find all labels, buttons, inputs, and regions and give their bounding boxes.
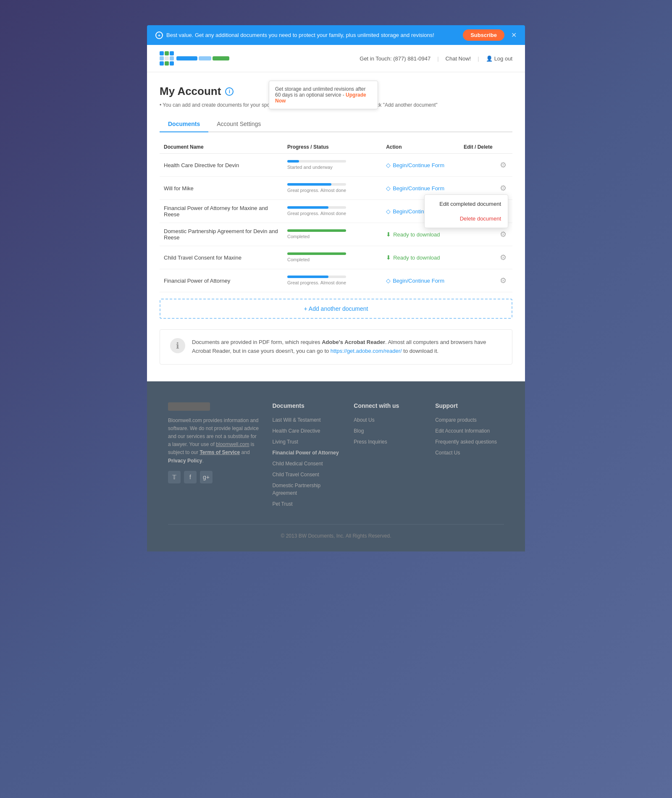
- twitter-icon[interactable]: 𝕋: [168, 471, 181, 483]
- doc-progress-cell: Great progress. Almost done: [283, 177, 382, 200]
- footer-link-edit-account[interactable]: Edit Account Information: [435, 428, 490, 434]
- add-document-button[interactable]: + Add another document: [160, 299, 512, 319]
- footer-link-blog[interactable]: Blog: [354, 428, 364, 434]
- doc-gear-cell: ⚙: [459, 154, 512, 177]
- table-row: Child Travel Consent for Maxine Complete…: [160, 246, 512, 269]
- footer-link-living-trust[interactable]: Living Trust: [272, 439, 298, 445]
- chat-link[interactable]: Chat Now!: [446, 55, 471, 62]
- footer-link-item: Child Travel Consent: [272, 470, 341, 478]
- footer-link-item: Contact Us: [435, 449, 504, 456]
- progress-label: Great progress. Almost done: [287, 280, 346, 285]
- info-text-before: Documents are provided in PDF form, whic…: [192, 339, 322, 345]
- doc-name-cell: Financial Power of Attorney: [160, 269, 283, 292]
- header-divider: |: [437, 55, 438, 62]
- action-link[interactable]: ◇Begin/Continue Form: [386, 185, 455, 192]
- action-icon: ◇: [386, 208, 391, 215]
- logo-cell: [165, 51, 169, 55]
- footer-link-press[interactable]: Press Inquiries: [354, 439, 387, 445]
- footer-link-item: Health Care Directive: [272, 427, 341, 434]
- logo-text: [176, 56, 229, 60]
- subscribe-button[interactable]: Subscribe: [463, 29, 504, 41]
- logo-cell: [170, 56, 174, 60]
- footer-documents-links: Last Will & Testament Health Care Direct…: [272, 416, 341, 507]
- info-acrobat-highlight: Adobe's Acrobat Reader: [322, 339, 385, 345]
- footer-link-fpoa[interactable]: Financial Power of Attorney: [272, 450, 339, 456]
- progress-bar-wrapper: Great progress. Almost done: [287, 276, 378, 286]
- privacy-policy-link: Privacy Policy: [168, 458, 202, 464]
- footer-documents-title: Documents: [272, 402, 341, 409]
- tab-account-settings[interactable]: Account Settings: [208, 116, 269, 132]
- footer-link-faq[interactable]: Frequently asked questions: [435, 439, 497, 445]
- tab-documents[interactable]: Documents: [160, 116, 208, 132]
- dropdown-menu-wrapper: ⚙ Edit completed document Delete documen…: [498, 182, 508, 194]
- progress-label: Completed: [287, 257, 310, 262]
- table-row: Will for Mike Great progress. Almost don…: [160, 177, 512, 200]
- footer-link-pet-trust[interactable]: Pet Trust: [272, 501, 292, 507]
- footer-link-child-medical[interactable]: Child Medical Consent: [272, 461, 323, 467]
- action-link[interactable]: ◇Begin/Continue Form: [386, 162, 455, 168]
- page-title: My Account: [160, 85, 221, 98]
- action-icon: ◇: [386, 277, 391, 284]
- gear-button[interactable]: ⚙: [498, 182, 508, 194]
- logo-bar: [176, 56, 197, 60]
- action-link[interactable]: ⬇Ready to download: [386, 254, 455, 261]
- site-header: Get in Touch: (877) 881-0947 | Chat Now!…: [147, 45, 525, 72]
- info-icon[interactable]: i: [225, 87, 234, 96]
- page-title-row: My Account i Get storage and unlimited r…: [160, 85, 512, 98]
- gear-button[interactable]: ⚙: [498, 274, 508, 287]
- footer-link-item: Domestic Partnership Agreement: [272, 481, 341, 496]
- social-icons: 𝕋 f g+: [168, 471, 260, 483]
- banner-icon: +: [155, 32, 163, 39]
- col-document-name: Document Name: [160, 141, 283, 154]
- terms-link[interactable]: bloomwell.com: [216, 441, 249, 447]
- action-link[interactable]: ⬇Ready to download: [386, 231, 455, 238]
- banner-close-icon[interactable]: ✕: [511, 31, 517, 39]
- progress-bar-fill: [287, 160, 299, 163]
- add-doc-row: + Add another document: [160, 299, 512, 319]
- delete-document-item[interactable]: Delete document: [425, 211, 508, 226]
- info-box: ℹ Documents are provided in PDF form, wh…: [160, 329, 512, 365]
- progress-bar-bg: [287, 229, 346, 232]
- banner-message: Best value. Get any additional documents…: [166, 32, 434, 38]
- google-plus-icon[interactable]: g+: [200, 471, 213, 483]
- gear-button[interactable]: ⚙: [498, 251, 508, 264]
- footer-grid: Bloomwell.com provides information and s…: [168, 402, 504, 507]
- footer-link-item: Edit Account Information: [435, 427, 504, 434]
- logo-bar: [213, 56, 229, 60]
- doc-name-cell: Health Care Directive for Devin: [160, 154, 283, 177]
- action-link[interactable]: ◇Begin/Continue Form: [386, 277, 455, 284]
- facebook-icon[interactable]: f: [184, 471, 197, 483]
- footer-link-compare[interactable]: Compare products: [435, 417, 477, 423]
- progress-bar-fill: [287, 229, 346, 232]
- header-right: Get in Touch: (877) 881-0947 | Chat Now!…: [360, 55, 512, 62]
- progress-bar-wrapper: Completed: [287, 252, 378, 262]
- footer-support-links: Compare products Edit Account Informatio…: [435, 416, 504, 456]
- adobe-link[interactable]: https://get.adobe.com/reader/: [331, 348, 402, 354]
- logout-link[interactable]: 👤 Log out: [486, 55, 512, 62]
- progress-bar-bg: [287, 160, 346, 163]
- tooltip-box: Get storage and unlimited revisions afte…: [269, 81, 378, 109]
- action-icon: ⬇: [386, 231, 391, 238]
- footer-link-child-travel[interactable]: Child Travel Consent: [272, 472, 319, 478]
- header-divider-2: |: [478, 55, 479, 62]
- doc-progress-cell: Great progress. Almost done: [283, 269, 382, 292]
- progress-bar-wrapper: Great progress. Almost done: [287, 183, 378, 193]
- footer-connect-col: Connect with us About Us Blog Press Inqu…: [354, 402, 423, 507]
- footer-link-contact[interactable]: Contact Us: [435, 450, 460, 456]
- page-wrapper: + Best value. Get any additional documen…: [147, 25, 525, 551]
- progress-bar-fill: [287, 206, 328, 209]
- terms-of-service-link[interactable]: Terms of Service: [200, 449, 240, 455]
- gear-button[interactable]: ⚙: [498, 159, 508, 171]
- gear-button[interactable]: ⚙: [498, 228, 508, 241]
- footer-link-dpa[interactable]: Domestic Partnership Agreement: [272, 483, 320, 496]
- progress-bar-bg: [287, 183, 346, 186]
- footer-link-will[interactable]: Last Will & Testament: [272, 417, 320, 423]
- progress-bar-wrapper: Great progress. Almost done: [287, 206, 378, 216]
- footer-link-item: Frequently asked questions: [435, 438, 504, 445]
- logo-cell: [170, 51, 174, 55]
- progress-bar-bg: [287, 206, 346, 209]
- footer-link-about[interactable]: About Us: [354, 417, 374, 423]
- footer-link-hcd[interactable]: Health Care Directive: [272, 428, 320, 434]
- footer-link-item: Child Medical Consent: [272, 459, 341, 467]
- edit-document-item[interactable]: Edit completed document: [425, 197, 508, 211]
